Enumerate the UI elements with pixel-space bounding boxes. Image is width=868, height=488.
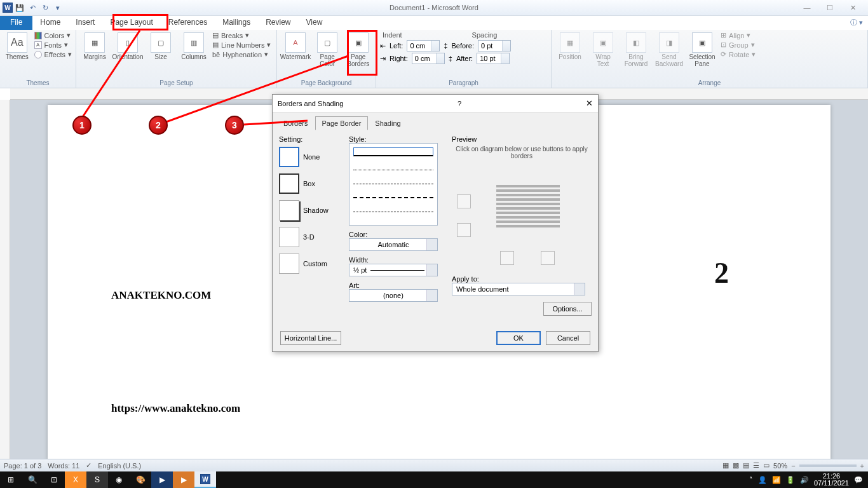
ok-button[interactable]: OK bbox=[496, 331, 541, 345]
apply-to-combo[interactable]: Whole document bbox=[452, 283, 585, 295]
tab-mailings[interactable]: Mailings bbox=[215, 16, 258, 30]
dialog-tab-page-border[interactable]: Page Border bbox=[315, 116, 369, 130]
width-combo[interactable]: ½ pt bbox=[349, 264, 438, 276]
fonts-button[interactable]: AFonts ▾ bbox=[34, 41, 72, 49]
preview-top-border-button[interactable] bbox=[457, 194, 471, 208]
view-outline-icon[interactable]: ☰ bbox=[753, 461, 759, 470]
zoom-out-button[interactable]: − bbox=[791, 462, 795, 470]
selection-pane-button[interactable]: ▣Selection Pane bbox=[688, 31, 717, 67]
dialog-title-bar[interactable]: Borders and Shading ? ✕ bbox=[273, 95, 598, 112]
style-listbox[interactable] bbox=[349, 143, 438, 226]
tray-battery-icon[interactable]: 🔋 bbox=[786, 476, 795, 484]
start-button[interactable]: ⊞ bbox=[0, 471, 22, 488]
doc-url: https://www.anaktekno.com bbox=[111, 402, 831, 415]
quick-access-toolbar: W 💾 ↶ ↻ ▾ bbox=[0, 2, 64, 13]
tray-wifi-icon[interactable]: 📶 bbox=[772, 476, 781, 484]
page-borders-button[interactable]: ▣Page Borders bbox=[345, 31, 372, 67]
setting-3d[interactable]: 3-D bbox=[279, 227, 341, 247]
word-logo-icon: W bbox=[3, 3, 13, 13]
taskbar-search-icon[interactable]: 🔍 bbox=[22, 471, 43, 488]
color-combo[interactable]: Automatic bbox=[349, 238, 438, 251]
setting-box[interactable]: Box bbox=[279, 173, 341, 194]
view-full-screen-icon[interactable]: ▩ bbox=[733, 461, 739, 470]
spacing-after-input[interactable]: 10 pt bbox=[477, 53, 510, 64]
zoom-slider[interactable] bbox=[799, 464, 857, 467]
page-background-group-label: Page Background bbox=[281, 78, 372, 88]
themes-button[interactable]: Aa Themes bbox=[4, 31, 31, 60]
qat-dropdown-icon[interactable]: ▾ bbox=[52, 2, 64, 13]
tray-date[interactable]: 07/11/2021 bbox=[814, 480, 849, 487]
tray-volume-icon[interactable]: 🔊 bbox=[800, 476, 809, 484]
breaks-button[interactable]: ▤ Breaks ▾ bbox=[212, 31, 271, 39]
tab-review[interactable]: Review bbox=[258, 16, 298, 30]
view-web-layout-icon[interactable]: ▤ bbox=[743, 461, 749, 470]
tray-notifications-icon[interactable]: 💬 bbox=[854, 476, 863, 484]
orientation-icon: ▯ bbox=[118, 32, 138, 53]
tab-home[interactable]: Home bbox=[32, 16, 68, 30]
custom-icon bbox=[279, 254, 299, 274]
effects-button[interactable]: Effects ▾ bbox=[34, 50, 72, 58]
taskbar-paint-icon[interactable]: 🎨 bbox=[130, 471, 151, 488]
setting-none[interactable]: None bbox=[279, 147, 341, 167]
spacing-before-input[interactable]: 0 pt bbox=[478, 40, 511, 51]
status-language[interactable]: English (U.S.) bbox=[98, 462, 141, 470]
taskbar-app1-icon[interactable]: ▶ bbox=[151, 471, 173, 488]
page-setup-group-label: Page Setup bbox=[80, 78, 273, 88]
maximize-button[interactable]: ☐ bbox=[822, 4, 837, 12]
cancel-button[interactable]: Cancel bbox=[546, 331, 590, 345]
task-view-icon[interactable]: ⊡ bbox=[43, 471, 65, 488]
preview-bottom-border-button[interactable] bbox=[457, 223, 471, 237]
taskbar-sublime-icon[interactable]: S bbox=[86, 471, 108, 488]
tab-references[interactable]: References bbox=[161, 16, 215, 30]
setting-custom[interactable]: Custom bbox=[279, 254, 341, 274]
save-icon[interactable]: 💾 bbox=[14, 2, 25, 13]
minimize-button[interactable]: — bbox=[799, 4, 815, 12]
paragraph-group-label: Paragraph bbox=[380, 78, 547, 88]
size-button[interactable]: ▢Size bbox=[146, 31, 175, 60]
tray-chevron-icon[interactable]: ˄ bbox=[749, 476, 753, 484]
dialog-help-icon[interactable]: ? bbox=[458, 100, 461, 107]
line-numbers-button[interactable]: ▤ Line Numbers ▾ bbox=[212, 41, 271, 49]
preview-right-border-button[interactable] bbox=[541, 251, 555, 265]
zoom-in-button[interactable]: + bbox=[860, 462, 864, 470]
page-color-button[interactable]: ▢Page Color bbox=[314, 31, 341, 67]
taskbar-word-icon[interactable]: W bbox=[194, 471, 216, 488]
art-combo[interactable]: (none) bbox=[349, 289, 438, 302]
columns-button[interactable]: ▥Columns bbox=[179, 31, 208, 60]
view-draft-icon[interactable]: ▭ bbox=[763, 461, 770, 470]
ribbon-help-icon[interactable]: ⓘ ▾ bbox=[845, 16, 868, 30]
preview-left-border-button[interactable] bbox=[500, 251, 514, 265]
horizontal-line-button[interactable]: Horizontal Line... bbox=[280, 331, 341, 345]
close-button[interactable]: ✕ bbox=[845, 4, 860, 12]
taskbar-player-icon[interactable]: ▶ bbox=[173, 471, 194, 488]
vertical-ruler[interactable] bbox=[0, 100, 10, 459]
dialog-close-icon[interactable]: ✕ bbox=[586, 98, 593, 108]
view-print-layout-icon[interactable]: ▦ bbox=[722, 461, 729, 470]
redo-icon[interactable]: ↻ bbox=[39, 2, 51, 13]
tab-view[interactable]: View bbox=[299, 16, 330, 30]
watermark-button[interactable]: AWatermark bbox=[281, 31, 310, 60]
tab-file[interactable]: File bbox=[0, 16, 32, 30]
indent-left-input[interactable]: 0 cm bbox=[407, 40, 440, 51]
orientation-button[interactable]: ▯Orientation bbox=[113, 31, 142, 60]
margins-button[interactable]: ▦Margins bbox=[80, 31, 109, 60]
taskbar-xampp-icon[interactable]: X bbox=[65, 471, 86, 488]
dialog-tab-shading[interactable]: Shading bbox=[368, 116, 407, 130]
colors-button[interactable]: Colors ▾ bbox=[34, 31, 72, 39]
preview-diagram[interactable] bbox=[452, 159, 592, 261]
tray-people-icon[interactable]: 👤 bbox=[758, 476, 767, 484]
hyphenation-button[interactable]: bē Hyphenation ▾ bbox=[212, 50, 271, 58]
tab-insert[interactable]: Insert bbox=[68, 16, 102, 30]
setting-shadow[interactable]: Shadow bbox=[279, 200, 341, 220]
indent-right-input[interactable]: 0 cm bbox=[412, 53, 445, 64]
status-proofing-icon[interactable]: ✓ bbox=[86, 461, 92, 470]
tab-page-layout[interactable]: Page Layout bbox=[102, 16, 160, 30]
dialog-tab-borders[interactable]: Borders bbox=[276, 116, 315, 130]
status-words[interactable]: Words: 11 bbox=[48, 462, 79, 470]
zoom-level[interactable]: 50% bbox=[773, 462, 787, 470]
status-page[interactable]: Page: 1 of 3 bbox=[4, 462, 41, 470]
window-title: Document1 - Microsoft Word bbox=[390, 4, 478, 11]
undo-icon[interactable]: ↶ bbox=[27, 2, 38, 13]
options-button[interactable]: Options... bbox=[543, 302, 592, 316]
taskbar-chrome-icon[interactable]: ◉ bbox=[108, 471, 130, 488]
